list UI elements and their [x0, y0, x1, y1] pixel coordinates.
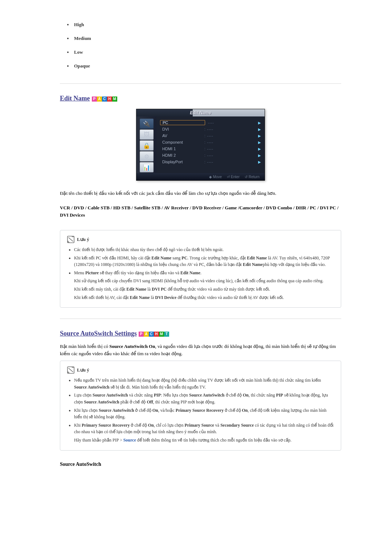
osd-row-component[interactable]: Component : ---- ▶ — [160, 139, 261, 145]
mode-badges: PACHM — [92, 96, 117, 102]
divider — [60, 83, 341, 84]
osd-row-hdmi1[interactable]: HDMI 1 : ---- ▶ — [160, 145, 261, 152]
option-high: High — [73, 22, 341, 28]
chevron-right-icon: ▶ — [256, 121, 261, 125]
badge-p: P — [139, 332, 144, 337]
chevron-right-icon: ▶ — [256, 134, 261, 138]
osd-row-av[interactable]: AV : ---- ▶ — [160, 132, 261, 139]
edit-name-note: Lưu ý Các thiết bị được hiển thị khác nh… — [60, 230, 341, 308]
info-icon: 📊 — [140, 162, 154, 172]
autoswitch-note-3: Khi lựa chọn Source AutoSwitch ở chế độ … — [74, 407, 334, 420]
badge-m: M — [112, 97, 117, 102]
note-item-3: Menu Picture sẽ thay đổi tùy vào dạng tí… — [74, 270, 334, 301]
autoswitch-note: Lưu ý Nếu nguồn TV trên màn hình hiển th… — [60, 361, 341, 450]
source-autoswitch-link[interactable]: Source AutoSwitch Settings — [60, 330, 137, 337]
badge-m: M — [159, 332, 164, 337]
badge-h: H — [154, 332, 159, 337]
source-icon: 🔌 — [140, 119, 154, 129]
autoswitch-note-1: Nếu nguồn TV trên màn hình hiển thị đang… — [74, 377, 334, 390]
note-item-1: Các thiết bị được hiển thị khác nhau tùy… — [74, 246, 334, 253]
lock-icon: 🔒 — [140, 140, 154, 151]
osd-menu: Edit Name 🔌 🖼 🔒 ⚙ 📊 PC : ---- ▶ — [136, 109, 265, 181]
source-link[interactable]: Source — [123, 438, 136, 443]
badge-c: C — [149, 332, 154, 337]
autoswitch-intro: Bật màn hình hiển thị có Source AutoSwit… — [60, 343, 341, 357]
option-opaque: Opaque — [73, 63, 341, 69]
source-autoswitch-subhead: Source AutoSwitch — [60, 461, 341, 467]
osd-footer: ◆ Move ⏎ Enter ↺ Return — [136, 173, 265, 180]
edit-name-intro: Đặt tên cho thiết bị đầu vào kết nối với… — [60, 190, 341, 197]
osd-row-pc[interactable]: PC : ---- ▶ — [160, 119, 261, 126]
option-medium: Medium — [73, 36, 341, 41]
note-item-2: Khi kết nối PC với đầu HDMI, hãy cài đặt… — [74, 255, 334, 268]
osd-rows: PC : ---- ▶ DVI : ---- ▶ AV : ---- ▶ — [156, 116, 265, 173]
autoswitch-note-2: Lựa chọn Source AutoSwitch và chức năng … — [74, 392, 334, 405]
osd-row-dvi[interactable]: DVI : ---- ▶ — [160, 126, 261, 132]
chevron-right-icon: ▶ — [256, 153, 261, 157]
edit-name-heading: Edit Name PACHM — [60, 95, 341, 102]
chevron-right-icon: ▶ — [256, 160, 261, 164]
autoswitch-note-4: Khi Primary Source Recovery ở chế độ On,… — [74, 422, 334, 444]
note-title: Lưu ý — [67, 366, 334, 374]
osd-title: Edit Name — [190, 110, 211, 115]
osd-sidebar: 🔌 🖼 🔒 ⚙ 📊 — [136, 116, 156, 173]
divider — [60, 319, 341, 319]
osd-return: ↺ Return — [245, 175, 260, 179]
osd-titlebar: Edit Name — [136, 109, 265, 116]
edit-name-link[interactable]: Edit Name — [60, 95, 90, 102]
transparency-options: High Medium Low Opaque — [73, 22, 341, 69]
chevron-right-icon: ▶ — [256, 127, 261, 131]
picture-icon: 🖼 — [140, 130, 154, 140]
badge-a: A — [97, 97, 102, 102]
note-title: Lưu ý — [67, 235, 334, 243]
osd-row-displayport[interactable]: DisplayPort : ---- ▶ — [160, 159, 261, 165]
badge-h: H — [107, 97, 112, 102]
settings-icon: ⚙ — [140, 151, 154, 161]
note-icon — [67, 366, 75, 374]
osd-enter: ⏎ Enter — [227, 175, 240, 179]
osd-move: ◆ Move — [209, 175, 222, 179]
note-icon — [67, 235, 75, 243]
source-autoswitch-heading: Source AutoSwitch Settings PACHMT — [60, 330, 341, 337]
badge-t: T — [164, 332, 169, 337]
mode-badges: PACHMT — [139, 331, 169, 337]
badge-p: P — [92, 97, 97, 102]
badge-c: C — [102, 97, 107, 102]
badge-a: A — [144, 332, 149, 337]
device-type-list: VCR / DVD / Cable STB / HD STB / Satelli… — [60, 204, 341, 219]
chevron-right-icon: ▶ — [256, 147, 261, 151]
chevron-right-icon: ▶ — [256, 140, 261, 144]
osd-row-hdmi2[interactable]: HDMI 2 : ---- ▶ — [160, 152, 261, 159]
option-low: Low — [73, 49, 341, 55]
